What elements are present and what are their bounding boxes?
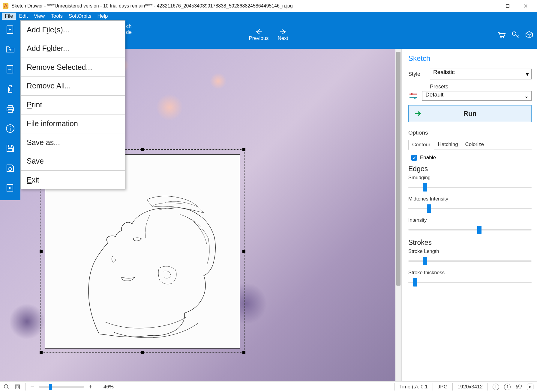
menu-print[interactable]: Print	[21, 95, 125, 114]
next-label: Next	[278, 35, 288, 41]
svg-rect-15	[8, 149, 12, 152]
smudging-slider[interactable]	[408, 183, 532, 192]
previous-button[interactable]: Previous	[249, 28, 268, 41]
chevron-down-icon: ⌄	[524, 93, 529, 99]
enable-checkbox[interactable]	[411, 155, 417, 161]
menu-file-info[interactable]: File information	[21, 114, 125, 133]
window-title: Sketch Drawer - ****Unregistered version…	[11, 3, 481, 9]
zoom-slider[interactable]	[39, 386, 84, 388]
presets-row: Default ⌄	[408, 91, 532, 101]
stroke-length-slider[interactable]	[408, 257, 532, 266]
print-icon[interactable]	[4, 103, 16, 114]
menu-softorbits[interactable]: SoftOrbits	[66, 13, 94, 20]
option-tabs: Contour Hatching Colorize	[408, 140, 532, 150]
menu-save[interactable]: Save	[21, 152, 125, 171]
canvas-scrollbar[interactable]	[395, 49, 401, 381]
batch-mode-fragment: ch de	[126, 23, 132, 35]
menu-save-as[interactable]: Save as...	[21, 133, 125, 152]
run-button[interactable]: Run	[408, 105, 532, 122]
menu-exit[interactable]: Exit	[21, 171, 125, 189]
tab-hatching[interactable]: Hatching	[434, 140, 461, 150]
svg-rect-26	[15, 385, 20, 389]
midtones-label: Midtones Intensity	[408, 196, 532, 202]
add-file-icon[interactable]	[4, 24, 16, 35]
menu-remove-all[interactable]: Remove All...	[21, 77, 125, 95]
svg-rect-19	[9, 187, 10, 189]
info-status-icon[interactable]: i	[493, 384, 499, 390]
sidebar-toolbar	[0, 20, 20, 200]
add-folder-icon[interactable]	[4, 44, 16, 55]
app-icon	[2, 3, 9, 9]
run-arrow-icon	[414, 111, 422, 117]
menu-file[interactable]: File	[2, 13, 16, 20]
menu-view[interactable]: View	[31, 13, 48, 20]
smudging-label: Smudging	[408, 175, 532, 180]
titlebar: Sketch Drawer - ****Unregistered version…	[0, 0, 537, 12]
style-select[interactable]: Realistic ▾	[430, 69, 532, 79]
info-icon[interactable]	[4, 123, 16, 134]
svg-rect-2	[506, 4, 509, 7]
style-row: Style Realistic ▾	[408, 69, 532, 79]
run-label: Run	[464, 110, 476, 117]
close-button[interactable]	[517, 0, 535, 12]
svg-line-25	[8, 388, 9, 389]
save-icon[interactable]	[4, 162, 16, 174]
zoom-in-button[interactable]: +	[89, 383, 93, 391]
svg-point-14	[10, 126, 11, 127]
options-label: Options	[408, 129, 532, 136]
next-button[interactable]: Next	[278, 28, 288, 41]
tab-contour[interactable]: Contour	[408, 140, 434, 150]
toolbar-right	[497, 31, 533, 39]
presets-select[interactable]: Default ⌄	[422, 91, 532, 101]
midtones-slider[interactable]	[408, 204, 532, 213]
svg-point-17	[9, 168, 12, 171]
remove-file-icon[interactable]	[4, 64, 16, 75]
stroke-length-label: Stroke Length	[408, 248, 532, 254]
key-icon[interactable]	[511, 31, 520, 39]
menu-remove-selected[interactable]: Remove Selected...	[21, 58, 125, 77]
menu-add-folder[interactable]: Add Folder...	[21, 39, 125, 58]
enable-row: Enable	[411, 155, 532, 161]
twitter-icon[interactable]	[515, 384, 522, 390]
youtube-icon[interactable]	[527, 384, 533, 390]
save-as-icon[interactable]	[4, 143, 16, 154]
style-label: Style	[408, 71, 426, 77]
svg-point-5	[500, 37, 502, 38]
menu-edit[interactable]: Edit	[16, 13, 31, 20]
time-value: Time (s): 0.1	[399, 384, 428, 390]
magnifier-icon[interactable]	[4, 384, 10, 390]
intensity-slider[interactable]	[408, 225, 532, 234]
svg-rect-11	[8, 105, 12, 107]
svg-rect-16	[8, 145, 11, 147]
svg-point-24	[4, 385, 8, 388]
intensity-label: Intensity	[408, 217, 532, 223]
statusbar: − + 46% Time (s): 0.1 JPG 1920x3412 i f	[0, 381, 537, 392]
chevron-down-icon: ▾	[526, 71, 529, 78]
enable-label: Enable	[420, 155, 436, 161]
panel-title: Sketch	[408, 54, 532, 63]
menu-add-files[interactable]: Add File(s)...	[21, 21, 125, 39]
menu-tools[interactable]: Tools	[48, 13, 66, 20]
facebook-icon[interactable]: f	[504, 384, 511, 390]
cart-icon[interactable]	[497, 31, 506, 39]
edges-heading: Edges	[408, 165, 532, 173]
minimize-button[interactable]	[481, 0, 499, 12]
dimensions-value: 1920x3412	[458, 384, 483, 390]
batch-mode-l2: de	[126, 29, 132, 35]
tab-colorize[interactable]: Colorize	[462, 140, 488, 150]
svg-rect-22	[411, 93, 412, 95]
cube-icon[interactable]	[525, 31, 533, 39]
stroke-thickness-slider[interactable]	[408, 278, 532, 287]
file-menu-dropdown: Add File(s)... Add Folder... Remove Sele…	[20, 20, 125, 189]
fit-screen-icon[interactable]	[14, 384, 20, 390]
menu-help[interactable]: Help	[94, 13, 111, 20]
sliders-icon[interactable]	[408, 91, 418, 101]
zoom-out-button[interactable]: −	[30, 383, 34, 391]
previous-label: Previous	[249, 35, 268, 41]
toolbar-nav: Previous Next	[249, 28, 288, 41]
stroke-thickness-label: Stroke thickness	[408, 270, 532, 275]
exit-icon[interactable]	[4, 182, 16, 194]
svg-rect-23	[414, 97, 416, 99]
maximize-button[interactable]	[499, 0, 517, 12]
trash-icon[interactable]	[4, 83, 16, 95]
